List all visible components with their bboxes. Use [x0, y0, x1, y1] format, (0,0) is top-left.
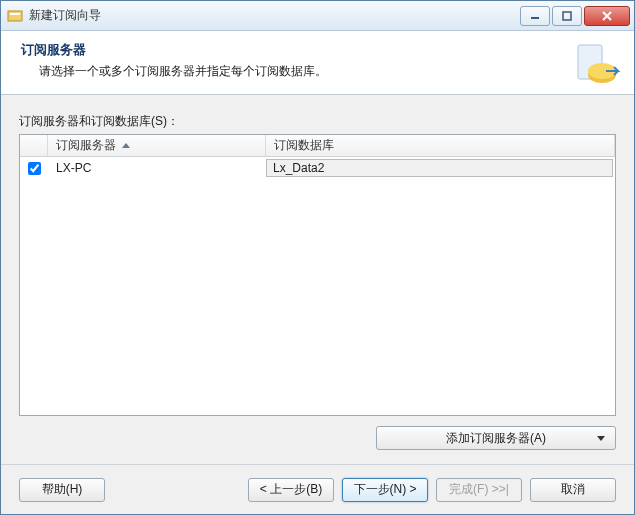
wizard-header: 订阅服务器 请选择一个或多个订阅服务器并指定每个订阅数据库。 [1, 31, 634, 95]
maximize-button[interactable] [552, 6, 582, 26]
chevron-down-icon [597, 436, 605, 441]
column-database[interactable]: 订阅数据库 [266, 135, 615, 156]
page-subtitle: 请选择一个或多个订阅服务器并指定每个订阅数据库。 [39, 63, 572, 80]
column-database-label: 订阅数据库 [274, 137, 334, 154]
table-body: LX-PC Lx_Data2 [20, 157, 615, 415]
column-server[interactable]: 订阅服务器 [48, 135, 266, 156]
back-button[interactable]: < 上一步(B) [248, 478, 334, 502]
row-checkbox[interactable] [28, 162, 41, 175]
next-button[interactable]: 下一步(N) > [342, 478, 428, 502]
table-row: LX-PC Lx_Data2 [20, 157, 615, 179]
svg-rect-1 [10, 13, 20, 15]
close-button[interactable] [584, 6, 630, 26]
column-server-label: 订阅服务器 [56, 137, 116, 154]
svg-rect-3 [563, 12, 571, 20]
titlebar[interactable]: 新建订阅向导 [1, 1, 634, 31]
wizard-footer: 帮助(H) < 上一步(B) 下一步(N) > 完成(F) >>| 取消 [1, 464, 634, 514]
wizard-window: 新建订阅向导 订阅服务器 请选择一个或多个订阅服务器并指定每个订阅数据库。 [0, 0, 635, 515]
cell-database-value: Lx_Data2 [273, 161, 324, 175]
cancel-button[interactable]: 取消 [530, 478, 616, 502]
cell-server[interactable]: LX-PC [48, 161, 266, 175]
help-button[interactable]: 帮助(H) [19, 478, 105, 502]
app-icon [7, 8, 23, 24]
subscribers-table: 订阅服务器 订阅数据库 LX-PC Lx_Data2 [19, 134, 616, 416]
add-subscriber-label: 添加订阅服务器(A) [446, 430, 546, 447]
column-check [20, 135, 48, 156]
wizard-icon [572, 41, 620, 89]
add-subscriber-button[interactable]: 添加订阅服务器(A) [376, 426, 616, 450]
minimize-button[interactable] [520, 6, 550, 26]
content-area: 订阅服务器和订阅数据库(S)： 订阅服务器 订阅数据库 LX-PC [1, 95, 634, 464]
svg-rect-0 [8, 11, 22, 21]
section-label: 订阅服务器和订阅数据库(S)： [19, 113, 616, 130]
page-title: 订阅服务器 [21, 41, 572, 59]
finish-button: 完成(F) >>| [436, 478, 522, 502]
window-title: 新建订阅向导 [29, 7, 518, 24]
window-controls [518, 6, 630, 26]
sort-ascending-icon [122, 143, 130, 148]
table-header: 订阅服务器 订阅数据库 [20, 135, 615, 157]
cell-database-dropdown[interactable]: Lx_Data2 [266, 159, 613, 177]
